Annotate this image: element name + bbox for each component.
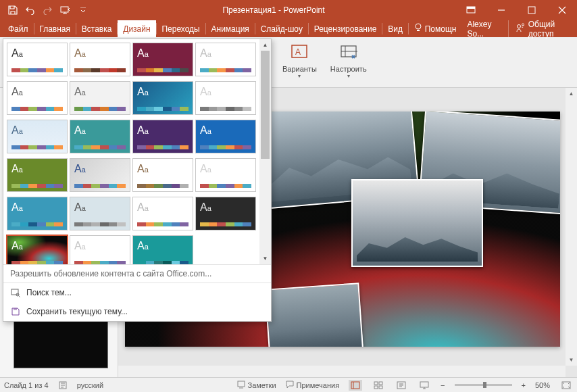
slide-thumbnail[interactable] bbox=[14, 314, 108, 368]
undo-button[interactable] bbox=[22, 0, 39, 20]
search-themes-button[interactable]: Поиск тем... bbox=[3, 283, 271, 302]
theme-thumbnail[interactable]: Aa bbox=[70, 43, 130, 76]
theme-thumbnail[interactable]: Aa bbox=[7, 43, 68, 76]
lightbulb-icon bbox=[414, 23, 422, 34]
notes-button[interactable]: Заметки bbox=[237, 381, 276, 390]
close-button[interactable] bbox=[547, 0, 577, 20]
theme-color-swatch bbox=[137, 145, 189, 149]
theme-thumbnail[interactable]: Aa bbox=[70, 197, 130, 230]
comments-button[interactable]: Примечания bbox=[286, 381, 340, 390]
theme-thumbnail[interactable]: Aa bbox=[132, 120, 193, 153]
tab-design[interactable]: Дизайн bbox=[118, 20, 155, 37]
theme-text-sample: Aa bbox=[74, 47, 86, 59]
tab-review[interactable]: Рецензирование bbox=[309, 20, 382, 37]
theme-thumbnail[interactable]: Aa bbox=[195, 197, 256, 230]
tab-animations[interactable]: Анимация bbox=[206, 20, 255, 37]
tab-home[interactable]: Главная bbox=[34, 20, 76, 37]
normal-view-button[interactable] bbox=[349, 380, 362, 391]
tab-file[interactable]: Файл bbox=[3, 20, 34, 37]
scroll-up-button[interactable]: ▲ bbox=[566, 88, 577, 99]
theme-thumbnail[interactable]: Aa bbox=[70, 120, 130, 153]
theme-thumbnail[interactable]: Aa bbox=[70, 158, 130, 192]
zoom-level[interactable]: 50% bbox=[535, 381, 550, 389]
theme-thumbnail[interactable]: Aa bbox=[132, 43, 193, 76]
tab-slideshow[interactable]: Слайд-шоу bbox=[255, 20, 308, 37]
gallery-scrollbar[interactable]: ▲ ▼ bbox=[259, 39, 271, 264]
theme-color-swatch bbox=[200, 68, 251, 72]
theme-color-swatch bbox=[11, 68, 63, 72]
svg-rect-0 bbox=[61, 7, 68, 12]
theme-color-swatch bbox=[137, 222, 189, 226]
slideshow-view-button[interactable] bbox=[418, 380, 431, 391]
maximize-button[interactable] bbox=[516, 0, 547, 20]
theme-color-swatch bbox=[11, 184, 63, 188]
theme-thumbnail[interactable]: Aa bbox=[7, 158, 68, 192]
share-button[interactable]: Общий доступ bbox=[508, 20, 577, 37]
theme-thumbnail[interactable]: Aa bbox=[70, 81, 130, 115]
svg-rect-9 bbox=[11, 289, 18, 295]
theme-text-sample: Aa bbox=[74, 163, 86, 175]
zoom-out-button[interactable]: − bbox=[441, 381, 445, 389]
scroll-down-button[interactable]: ▼ bbox=[259, 253, 271, 264]
theme-thumbnail[interactable]: Aa bbox=[70, 235, 130, 264]
zoom-slider[interactable] bbox=[455, 384, 512, 386]
tab-view[interactable]: Вид bbox=[382, 20, 408, 37]
theme-thumbnail[interactable]: Aa bbox=[7, 197, 68, 230]
svg-point-4 bbox=[416, 24, 421, 29]
scrollbar-thumb[interactable] bbox=[261, 51, 270, 159]
minimize-button[interactable] bbox=[486, 0, 516, 20]
theme-thumbnail[interactable]: Aa bbox=[7, 235, 68, 264]
tab-transitions[interactable]: Переходы bbox=[156, 20, 205, 37]
spell-check-button[interactable] bbox=[58, 381, 68, 390]
variants-button[interactable]: A Варианты ▾ bbox=[277, 40, 322, 87]
theme-thumbnail[interactable]: Aa bbox=[7, 81, 68, 115]
language-indicator[interactable]: русский bbox=[77, 381, 103, 389]
theme-color-swatch bbox=[137, 107, 189, 111]
theme-thumbnail[interactable]: Aa bbox=[132, 158, 193, 192]
vertical-scrollbar[interactable]: ▲ ▼ bbox=[566, 88, 577, 366]
theme-color-swatch bbox=[200, 107, 251, 111]
theme-thumbnail[interactable]: Aa bbox=[195, 81, 256, 115]
slide-sorter-view-button[interactable] bbox=[372, 380, 385, 391]
fit-to-window-button[interactable] bbox=[559, 380, 573, 391]
theme-text-sample: Aa bbox=[137, 47, 149, 59]
tell-me-label: Помощн bbox=[425, 24, 457, 34]
user-name[interactable]: Alexey So... bbox=[461, 20, 507, 37]
start-from-beginning-button[interactable] bbox=[57, 0, 74, 20]
theme-text-sample: Aa bbox=[11, 163, 23, 175]
theme-thumbnail[interactable]: Aa bbox=[195, 158, 256, 192]
theme-color-swatch bbox=[74, 107, 126, 111]
scroll-down-button[interactable]: ▼ bbox=[566, 354, 577, 366]
theme-thumbnail[interactable]: Aa bbox=[7, 120, 68, 153]
qat-customize-button[interactable] bbox=[74, 0, 92, 20]
title-bar: Презентация1 - PowerPoint bbox=[0, 0, 577, 20]
tab-insert[interactable]: Вставка bbox=[76, 20, 118, 37]
slide-image[interactable] bbox=[351, 179, 483, 267]
theme-thumbnail[interactable]: Aa bbox=[132, 81, 193, 115]
reading-view-button[interactable] bbox=[395, 380, 408, 391]
theme-thumbnail[interactable]: Aa bbox=[195, 120, 256, 153]
redo-button[interactable] bbox=[39, 0, 57, 20]
theme-thumbnail[interactable]: Aa bbox=[132, 235, 193, 264]
zoom-in-button[interactable]: + bbox=[522, 381, 526, 389]
customize-button[interactable]: Настроить ▾ bbox=[325, 40, 372, 87]
svg-rect-18 bbox=[379, 386, 382, 389]
theme-text-sample: Aa bbox=[200, 163, 211, 175]
horizontal-scrollbar[interactable] bbox=[118, 366, 566, 377]
theme-thumbnail[interactable]: Aa bbox=[195, 43, 256, 76]
slide-image[interactable] bbox=[265, 283, 364, 347]
theme-text-sample: Aa bbox=[200, 86, 211, 98]
save-button[interactable] bbox=[4, 0, 22, 20]
theme-thumbnail[interactable]: Aa bbox=[132, 197, 193, 230]
slide-indicator[interactable]: Слайд 1 из 4 bbox=[4, 381, 49, 389]
save-theme-button[interactable]: Сохранить текущую тему... bbox=[3, 302, 271, 321]
chevron-down-icon: ▾ bbox=[298, 73, 301, 79]
theme-text-sample: Aa bbox=[200, 124, 211, 137]
gallery-office-update[interactable]: Разрешить обновление контента с сайта Of… bbox=[3, 264, 271, 283]
ribbon-display-options-button[interactable] bbox=[455, 0, 486, 20]
scroll-up-button[interactable]: ▲ bbox=[259, 39, 271, 51]
theme-text-sample: Aa bbox=[137, 86, 149, 98]
svg-rect-16 bbox=[379, 382, 382, 385]
tell-me-button[interactable]: Помощн bbox=[409, 20, 462, 37]
theme-text-sample: Aa bbox=[137, 240, 149, 252]
